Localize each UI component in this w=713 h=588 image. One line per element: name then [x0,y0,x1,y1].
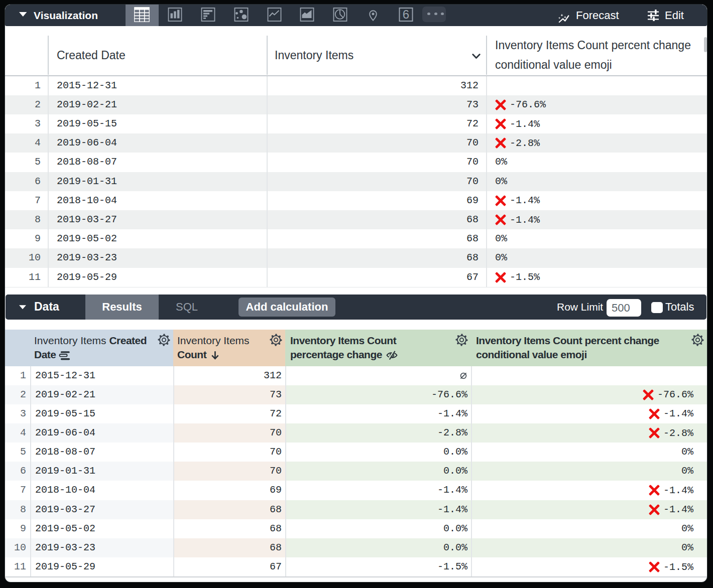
svg-text:6: 6 [402,8,409,21]
